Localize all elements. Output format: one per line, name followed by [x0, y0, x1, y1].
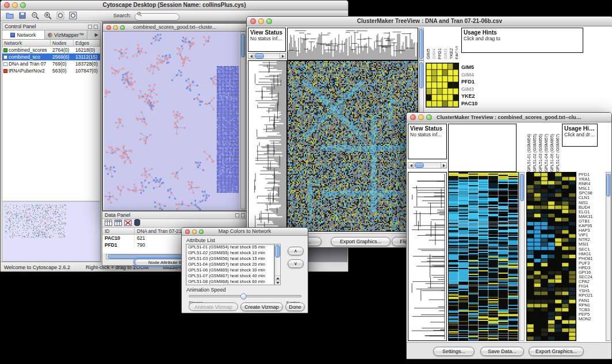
close-button[interactable] — [250, 18, 256, 24]
network-vscrollbar[interactable] — [240, 32, 246, 209]
column-label[interactable]: GPL51-04 (GSM857) — [544, 124, 549, 172]
zoom-in-icon[interactable] — [42, 11, 53, 21]
scrollbar-thumb[interactable] — [275, 245, 280, 258]
gene-dendrogram-canvas[interactable] — [408, 173, 446, 340]
create-vizmap-button[interactable]: Create Vizmap — [240, 302, 283, 311]
export-graphics-button[interactable]: Export Graphics... — [529, 347, 584, 356]
attribute-item[interactable]: GPL51-02 (GSM855) heat shock 10 min — [186, 250, 274, 256]
zoom-selected-icon[interactable] — [55, 11, 66, 21]
treeview-dna-titlebar[interactable]: ClusterMaker TreeView : DNA and Tran 07-… — [247, 17, 612, 26]
scroll-up-arrow[interactable] — [275, 275, 280, 280]
dendrogram-vscrollbar[interactable] — [419, 28, 424, 60]
minimize-button[interactable] — [418, 114, 424, 120]
minimize-button[interactable] — [113, 25, 118, 30]
close-button[interactable] — [106, 25, 111, 30]
scrollbar-thumb[interactable] — [255, 53, 264, 59]
table-select-icon[interactable] — [114, 218, 122, 228]
network-overview[interactable] — [3, 201, 100, 261]
col-network[interactable]: Network — [2, 40, 51, 47]
gene-dendrogram-canvas[interactable] — [248, 61, 286, 231]
settings-button[interactable]: Settings... — [433, 347, 475, 356]
gene-label[interactable]: MON2 — [579, 317, 604, 321]
close-button[interactable] — [4, 2, 10, 8]
slider-thumb[interactable] — [240, 293, 247, 300]
column-label[interactable]: GIM5 — [426, 28, 431, 59]
network-graph-canvas[interactable] — [104, 32, 240, 210]
tab-vizmapper[interactable]: VizMapper™ — [45, 30, 87, 39]
zoom-button[interactable] — [426, 114, 432, 120]
network-row[interactable]: DNA and Tran 07 769(0) 183728(0) — [2, 60, 100, 67]
open-folder-icon[interactable] — [4, 11, 16, 21]
treeview-hscrollbar[interactable] — [248, 53, 286, 59]
export-graphics-button[interactable]: Export Graphics... — [331, 237, 391, 246]
close-panel-icon[interactable] — [241, 213, 245, 217]
float-panel-icon[interactable] — [88, 25, 92, 29]
move-down-button[interactable]: ∨ — [288, 259, 304, 268]
column-label[interactable]: GIM3 — [443, 28, 448, 59]
treeview-combined-titlebar[interactable]: ClusterMaker TreeView : combined_scores_… — [407, 113, 611, 122]
close-button[interactable] — [410, 114, 416, 120]
column-label[interactable]: GPL51-01 (GSM854) — [526, 124, 531, 172]
column-label[interactable]: GPL51-07 (GSM867) — [555, 124, 560, 172]
scrollbar-thumb[interactable] — [419, 29, 423, 59]
zoom-button[interactable] — [199, 229, 204, 234]
zoom-heatmap-canvas[interactable] — [527, 173, 576, 340]
zoom-fit-icon[interactable] — [67, 11, 79, 21]
column-label[interactable]: YKE2 — [449, 28, 454, 59]
scrollbar-thumb[interactable] — [606, 174, 610, 197]
minimize-button[interactable] — [12, 2, 18, 8]
network-overview-canvas[interactable] — [3, 202, 100, 261]
animate-vizmap-button[interactable]: Animate Vizmap — [189, 302, 238, 311]
zoom-button[interactable] — [20, 2, 26, 8]
scrollbar-thumb[interactable] — [241, 33, 245, 58]
animation-speed-slider[interactable] — [189, 295, 301, 297]
save-data-button[interactable]: Save Data... — [480, 347, 524, 356]
scroll-down-arrow[interactable] — [275, 280, 280, 285]
zoom-button[interactable] — [266, 18, 272, 24]
attribute-item[interactable]: GPL51-07 (GSM867) heat shock 40 min — [186, 273, 274, 279]
zoom-out-icon[interactable] — [29, 11, 41, 21]
column-label[interactable]: PFD1 — [437, 28, 442, 59]
done-button[interactable]: Done — [285, 302, 305, 311]
gene-label[interactable]: GIM3 — [461, 86, 487, 93]
move-up-button[interactable]: ∧ — [288, 247, 304, 255]
dialog-titlebar[interactable]: Map Colors to Network — [182, 228, 308, 236]
save-icon[interactable] — [17, 11, 28, 21]
column-label[interactable]: GPL51-06 (GSM865) — [549, 124, 554, 172]
column-label[interactable]: GPL51-02 (GSM855) — [532, 124, 537, 172]
close-button[interactable] — [185, 229, 190, 234]
array-dendrogram-canvas[interactable] — [288, 28, 418, 60]
network-row[interactable]: tRNAPuberNov2 563(0) 107847(0) — [2, 67, 100, 74]
zoom-heatmap-canvas[interactable] — [426, 63, 458, 107]
network-row-selected[interactable]: combined_sco 2569(6) 13112(15) — [2, 53, 100, 60]
attribute-item[interactable]: GPL51-01 (GSM854) heat shock 05 min — [186, 244, 274, 250]
attribute-list-vscrollbar[interactable] — [274, 244, 281, 285]
zoom-button[interactable] — [120, 25, 125, 30]
scroll-right-arrow[interactable] — [280, 53, 285, 59]
gene-label[interactable]: YKE2 — [461, 93, 487, 100]
scrollbar-thumb[interactable] — [419, 62, 423, 89]
tab-overflow-arrow[interactable]: ▶ — [87, 30, 100, 39]
treeview-hscrollbar[interactable] — [408, 162, 447, 168]
delete-column-icon[interactable] — [124, 218, 132, 228]
float-panel-icon[interactable] — [235, 213, 239, 217]
table-icon[interactable] — [105, 218, 112, 228]
global-heatmap-canvas[interactable] — [449, 173, 518, 340]
gene-label[interactable]: PFD1 — [461, 78, 487, 86]
attribute-item[interactable]: GPL51-06 (GSM865) heat shock 30 min — [186, 267, 274, 273]
column-label[interactable]: PAC10 — [454, 28, 458, 59]
id-column-header[interactable]: ID — [102, 228, 135, 234]
scroll-right-arrow[interactable] — [441, 163, 446, 168]
column-label[interactable]: GIM4 — [431, 28, 437, 59]
scroll-left-arrow[interactable] — [408, 163, 414, 168]
heatmap-vscrollbar[interactable] — [519, 172, 525, 341]
gene-label[interactable]: GIM4 — [461, 71, 487, 79]
minimize-button[interactable] — [258, 18, 264, 24]
minimize-button[interactable] — [192, 229, 197, 234]
main-titlebar[interactable]: Cytoscape Desktop (Session Name: collins… — [1, 1, 348, 10]
attribute-item[interactable]: GPL51-03 (GSM856) heat shock 15 min — [186, 256, 274, 262]
gene-label[interactable]: GIM5 — [461, 64, 487, 71]
zoom-vscrollbar[interactable] — [606, 172, 611, 341]
col-nodes[interactable]: Nodes — [51, 40, 74, 47]
network-row[interactable]: combined_scores 2764(0) 16218(0) — [2, 47, 100, 53]
